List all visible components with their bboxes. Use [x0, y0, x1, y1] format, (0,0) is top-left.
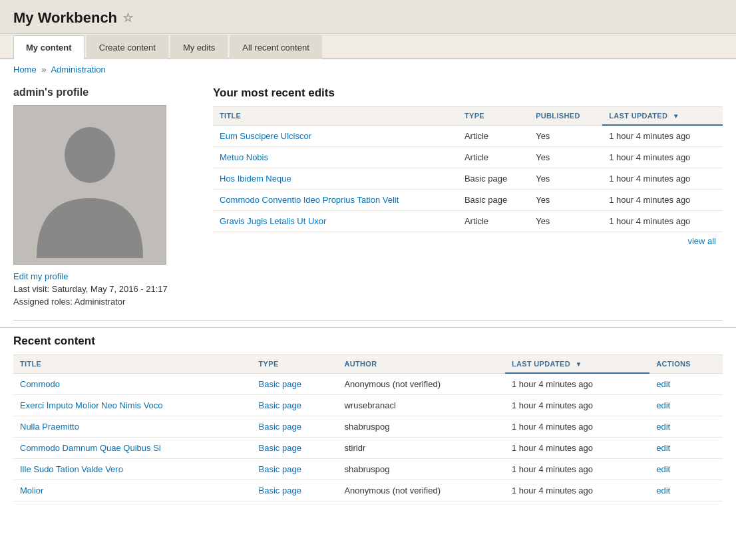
edit-action-link[interactable]: edit — [656, 486, 670, 495]
content-title-link[interactable]: Nulla Praemitto — [20, 422, 79, 432]
breadcrumb-separator: » — [41, 65, 46, 74]
edit-action-link[interactable]: edit — [656, 443, 670, 453]
rc-col-title: TITLE — [13, 355, 252, 374]
col-title: TITLE — [213, 107, 458, 126]
assigned-roles-text: Assigned roles: Administrator — [13, 297, 193, 307]
list-item: Nulla Praemitto Basic page shabruspog 1 … — [13, 416, 723, 438]
cell-action: edit — [649, 480, 723, 501]
breadcrumb: Home » Administration — [0, 59, 736, 80]
page-title-text: My Workbench — [13, 9, 117, 27]
cell-type: Basic page — [252, 416, 338, 438]
cell-author: stiridr — [337, 438, 504, 459]
content-type-link[interactable]: Basic page — [259, 379, 301, 389]
page-title: My Workbench ☆ — [13, 9, 723, 27]
breadcrumb-admin-link[interactable]: Administration — [51, 65, 105, 74]
cell-type: Basic page — [252, 438, 338, 459]
cell-published: Yes — [529, 125, 602, 147]
title-link[interactable]: Gravis Jugis Letalis Ut Uxor — [220, 216, 326, 226]
cell-updated: 1 hour 4 minutes ago — [602, 125, 723, 147]
cell-updated: 1 hour 4 minutes ago — [602, 168, 723, 190]
cell-title: Ille Sudo Tation Valde Vero — [13, 459, 252, 480]
cell-updated: 1 hour 4 minutes ago — [505, 395, 649, 416]
rc-col-last-updated[interactable]: LAST UPDATED ▼ — [505, 355, 649, 374]
list-item: Molior Basic page Anonymous (not verifie… — [13, 480, 723, 501]
sort-arrow-icon: ▼ — [673, 112, 679, 120]
cell-action: edit — [649, 459, 723, 480]
cell-type: Article — [458, 125, 529, 147]
title-link[interactable]: Eum Suscipere Ulciscor — [220, 131, 311, 141]
rc-col-actions: ACTIONS — [649, 355, 723, 374]
profile-info: Edit my profile Last visit: Saturday, Ma… — [13, 271, 193, 307]
cell-type: Basic page — [458, 168, 529, 190]
cell-type: Basic page — [252, 373, 338, 395]
col-type: TYPE — [458, 107, 529, 126]
cell-action: edit — [649, 395, 723, 416]
edit-action-link[interactable]: edit — [656, 400, 670, 410]
tab-my-content[interactable]: My content — [13, 35, 85, 59]
profile-title: admin's profile — [13, 86, 193, 98]
tabs-bar: My content Create content My edits All r… — [0, 34, 736, 59]
recent-edits-table: TITLE TYPE PUBLISHED LAST UPDATED ▼ Eum … — [213, 106, 723, 232]
view-all-container: view all — [213, 232, 723, 250]
main-content: admin's profile Edit my profile Last vis… — [0, 80, 736, 313]
content-title-link[interactable]: Commodo — [20, 379, 60, 389]
content-type-link[interactable]: Basic page — [259, 464, 301, 474]
cell-author: shabruspog — [337, 416, 504, 438]
table-row: Metuo Nobis Article Yes 1 hour 4 minutes… — [213, 147, 723, 168]
content-type-link[interactable]: Basic page — [259, 486, 301, 495]
cell-title: Exerci Imputo Molior Neo Nimis Voco — [13, 395, 252, 416]
avatar-silhouette — [30, 112, 150, 258]
avatar — [13, 105, 166, 265]
last-visit-text: Last visit: Saturday, May 7, 2016 - 21:1… — [13, 284, 193, 294]
title-link[interactable]: Metuo Nobis — [220, 152, 268, 162]
cell-published: Yes — [529, 168, 602, 190]
content-title-link[interactable]: Ille Sudo Tation Valde Vero — [20, 464, 123, 474]
content-title-link[interactable]: Commodo Damnum Quae Quibus Si — [20, 443, 161, 453]
cell-type: Basic page — [252, 395, 338, 416]
cell-title: Hos Ibidem Neque — [213, 168, 458, 190]
edit-action-link[interactable]: edit — [656, 422, 670, 432]
tab-my-edits[interactable]: My edits — [170, 35, 228, 59]
recent-content-section: Recent content TITLE TYPE AUTHOR LAST UP… — [0, 327, 736, 515]
cell-type: Article — [458, 147, 529, 168]
rc-col-type: TYPE — [252, 355, 338, 374]
cell-published: Yes — [529, 190, 602, 211]
cell-title: Metuo Nobis — [213, 147, 458, 168]
tab-all-recent-content[interactable]: All recent content — [230, 35, 321, 59]
edit-action-link[interactable]: edit — [656, 464, 670, 474]
tab-create-content[interactable]: Create content — [87, 35, 168, 59]
content-type-link[interactable]: Basic page — [259, 443, 301, 453]
title-link[interactable]: Commodo Conventio Ideo Proprius Tation V… — [220, 195, 399, 205]
page-header: My Workbench ☆ — [0, 0, 736, 34]
content-title-link[interactable]: Exerci Imputo Molior Neo Nimis Voco — [20, 400, 163, 410]
content-type-link[interactable]: Basic page — [259, 400, 301, 410]
breadcrumb-home-link[interactable]: Home — [13, 65, 37, 74]
edit-profile-link[interactable]: Edit my profile — [13, 271, 68, 281]
content-type-link[interactable]: Basic page — [259, 422, 301, 432]
table-row: Hos Ibidem Neque Basic page Yes 1 hour 4… — [213, 168, 723, 190]
cell-updated: 1 hour 4 minutes ago — [505, 459, 649, 480]
cell-type: Basic page — [252, 480, 338, 501]
cell-author: wrusebranacl — [337, 395, 504, 416]
cell-published: Yes — [529, 147, 602, 168]
table-row: Gravis Jugis Letalis Ut Uxor Article Yes… — [213, 211, 723, 232]
cell-author: Anonymous (not verified) — [337, 373, 504, 395]
list-item: Exerci Imputo Molior Neo Nimis Voco Basi… — [13, 395, 723, 416]
svg-point-0 — [65, 127, 115, 183]
cell-title: Molior — [13, 480, 252, 501]
edit-action-link[interactable]: edit — [656, 379, 670, 389]
cell-action: edit — [649, 438, 723, 459]
content-title-link[interactable]: Molior — [20, 486, 43, 495]
cell-title: Commodo — [13, 373, 252, 395]
cell-updated: 1 hour 4 minutes ago — [505, 438, 649, 459]
recent-edits-title: Your most recent edits — [213, 86, 723, 100]
cell-title: Commodo Conventio Ideo Proprius Tation V… — [213, 190, 458, 211]
view-all-link[interactable]: view all — [687, 236, 716, 246]
title-link[interactable]: Hos Ibidem Neque — [220, 174, 291, 184]
cell-updated: 1 hour 4 minutes ago — [505, 416, 649, 438]
table-row: Commodo Conventio Ideo Proprius Tation V… — [213, 190, 723, 211]
col-last-updated[interactable]: LAST UPDATED ▼ — [602, 107, 723, 126]
cell-type: Basic page — [252, 459, 338, 480]
favorite-star-icon[interactable]: ☆ — [122, 11, 133, 25]
cell-title: Gravis Jugis Letalis Ut Uxor — [213, 211, 458, 232]
